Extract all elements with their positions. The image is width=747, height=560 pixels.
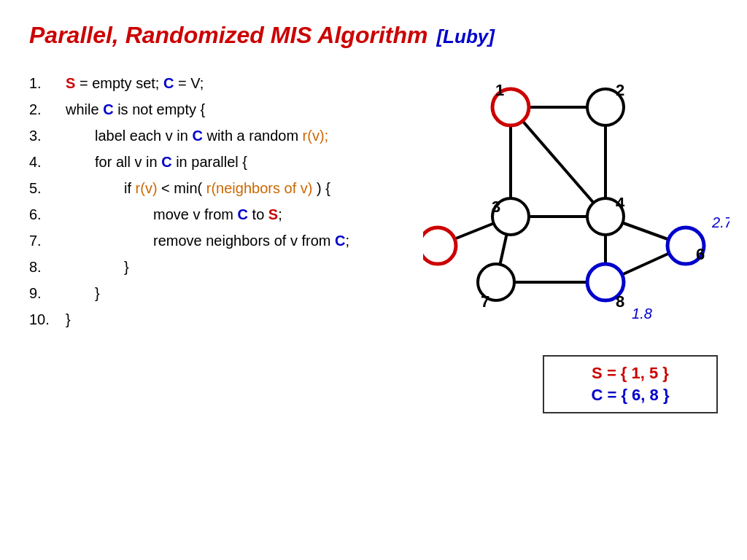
algo-line: 7.remove neighbors of v from C; [29, 228, 409, 253]
algo-text-part: = V; [174, 75, 204, 91]
algo-text-part: in parallel { [172, 154, 247, 170]
algo-text-part: with a random [203, 128, 303, 144]
algo-text-part: ) { [312, 180, 330, 196]
graph-node-label: 3 [492, 198, 500, 216]
algo-text-part: } [95, 285, 100, 301]
line-number: 8. [29, 254, 66, 279]
algo-line: 9.} [29, 281, 409, 306]
graph-node [423, 228, 456, 264]
algo-text-part: to [248, 206, 268, 222]
line-number: 5. [29, 176, 66, 201]
algo-text-part: < min( [158, 180, 206, 196]
line-number: 2. [29, 97, 66, 122]
algo-text-part: remove neighbors of v from [153, 233, 335, 249]
algo-line: 6.move v from C to S; [29, 202, 409, 227]
algo-text-part: S [66, 75, 75, 91]
line-number: 9. [29, 281, 66, 306]
algo-line: 2.while C is not empty { [29, 97, 409, 122]
algo-text-part: for all v in [95, 154, 161, 170]
algo-text-part: if [124, 180, 136, 196]
algo-text-part: ; [278, 206, 282, 222]
c-set: C = { 6, 8 } [566, 386, 694, 405]
line-number: 4. [29, 149, 66, 174]
title-reference: [Luby] [436, 26, 494, 48]
page-title: Parallel, Randomized MIS Algorithm [Luby… [29, 22, 718, 49]
algo-text-part: C [161, 154, 171, 170]
algo-text-part: move v from [153, 206, 238, 222]
algo-line: 1.S = empty set; C = V; [29, 71, 409, 96]
line-number: 10. [29, 307, 66, 332]
graph-node-label: 4 [616, 194, 625, 212]
graph-node-label: 1 [495, 81, 504, 99]
algo-line: 3.label each v in C with a random r(v); [29, 123, 409, 148]
line-number: 6. [29, 202, 66, 227]
title-main: Parallel, Randomized MIS Algorithm [29, 22, 427, 49]
graph-node-label: 2 [616, 81, 624, 99]
algo-line: 5.if r(v) < min( r(neighbors of v) ) { [29, 176, 409, 201]
algo-line: 10.} [29, 307, 409, 332]
algo-text-part: label each v in [95, 128, 192, 144]
algo-text-part: } [124, 259, 129, 275]
graph-node-label: 8 [616, 292, 624, 311]
s-set: S = { 1, 5 } [566, 364, 694, 383]
algo-text-part: r(v); [303, 128, 329, 144]
algo-text-part: C [192, 128, 202, 144]
content-area: 1.S = empty set; C = V;2.while C is not … [29, 71, 718, 421]
line-number: 7. [29, 228, 66, 253]
graph-edge [511, 107, 605, 217]
graph-area: 123456782.71.8 S = { 1, 5 } C = { 6, 8 } [423, 71, 718, 421]
algo-text-part: } [66, 311, 71, 327]
algo-line: 4.for all v in C in parallel { [29, 149, 409, 174]
line-number: 1. [29, 71, 66, 96]
info-box: S = { 1, 5 } C = { 6, 8 } [543, 355, 718, 413]
graph-node-label: 7 [481, 292, 489, 311]
algo-text-part: C [335, 233, 345, 249]
algo-text-part: ; [345, 233, 349, 249]
graph-node-label: 6 [696, 245, 705, 263]
algo-text-part: C [163, 75, 174, 91]
page: Parallel, Randomized MIS Algorithm [Luby… [0, 0, 747, 560]
algo-text-part: C [103, 101, 113, 117]
line-number: 3. [29, 123, 66, 148]
algorithm-listing: 1.S = empty set; C = V;2.while C is not … [29, 71, 409, 421]
algo-text-part: while [66, 101, 103, 117]
algo-text-part: S [268, 206, 278, 222]
algo-text-part: = empty set; [75, 75, 163, 91]
algo-line: 8.} [29, 254, 409, 279]
algo-text-part: r(v) [136, 180, 158, 196]
graph-random-label: 2.7 [711, 214, 729, 230]
algo-text-part: C [238, 206, 248, 222]
algo-text-part: r(neighbors of v) [206, 180, 313, 196]
algo-text-part: is not empty { [114, 101, 206, 117]
graph-random-label: 1.8 [632, 306, 652, 322]
